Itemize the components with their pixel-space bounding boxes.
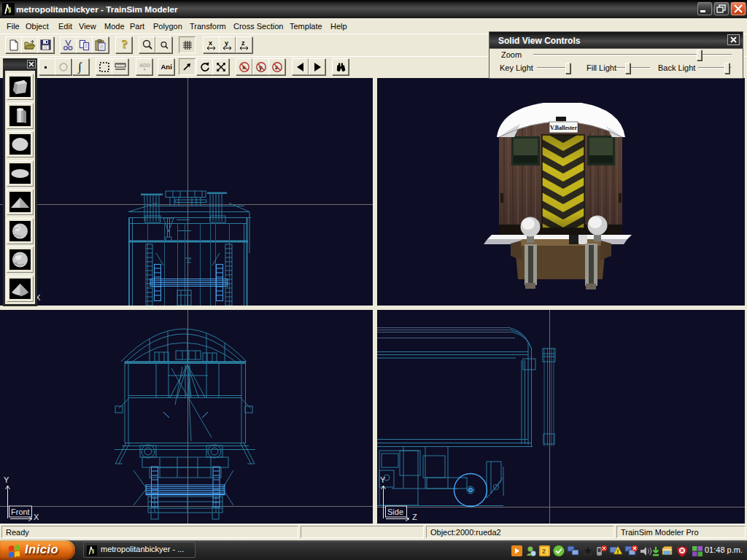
svg-text:z: z bbox=[241, 39, 245, 47]
svg-text:Ani: Ani bbox=[161, 63, 172, 71]
svg-text:ADD: ADD bbox=[139, 63, 150, 68]
svg-text:Side: Side bbox=[387, 508, 403, 516]
svg-text:X: X bbox=[34, 513, 39, 521]
svg-text:!: ! bbox=[617, 548, 619, 555]
svg-text:Front: Front bbox=[11, 508, 30, 516]
svg-text:x: x bbox=[209, 39, 212, 47]
svg-text:?: ? bbox=[122, 39, 128, 50]
svg-text:Z: Z bbox=[412, 513, 417, 521]
svg-text:y: y bbox=[225, 39, 228, 47]
svg-text:Y: Y bbox=[4, 475, 9, 484]
svg-text:Y: Y bbox=[380, 475, 386, 484]
svg-text:∫: ∫ bbox=[77, 61, 82, 74]
svg-text:2: 2 bbox=[542, 548, 546, 555]
svg-text:V.Ballester: V.Ballester bbox=[550, 125, 577, 131]
